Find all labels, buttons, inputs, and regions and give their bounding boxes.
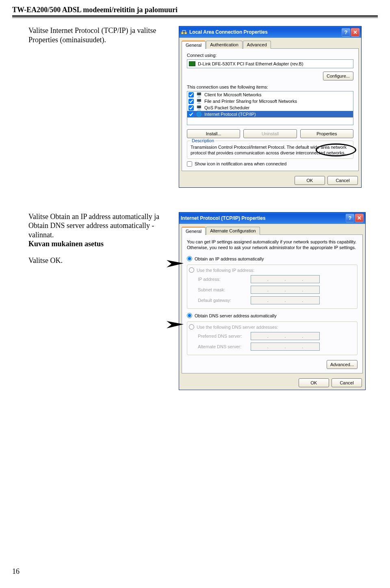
item-checkbox[interactable] <box>188 99 194 104</box>
page-number: 16 <box>12 567 20 576</box>
subnet-input[interactable]: ... <box>251 286 320 294</box>
show-icon-label: Show icon in notification area when conn… <box>195 161 286 166</box>
item-label: Client for Microsoft Networks <box>204 92 262 97</box>
cancel-button[interactable]: Cancel <box>327 176 358 185</box>
install-button[interactable]: Install... <box>187 129 240 138</box>
share-icon: 🖥️ <box>196 98 202 104</box>
radio-obtain-dns-label: Obtain DNS server address automatically <box>195 313 277 318</box>
cancel-button[interactable]: Cancel <box>332 378 362 387</box>
arrow-annotation-2 <box>167 321 187 329</box>
alt-dns-label: Alternate DNS server: <box>198 344 251 349</box>
tabs: General Alternate Configuration <box>179 224 365 234</box>
radio-static-ip-label: Use the following IP address: <box>197 268 254 273</box>
title-text: Internet Protocol (TCP/IP) Properties <box>181 215 266 221</box>
item-label: QoS Packet Scheduler <box>204 105 249 110</box>
tab-alternate[interactable]: Alternate Configuration <box>206 227 260 235</box>
alt-dns-input[interactable]: ... <box>251 343 320 351</box>
arrow-annotation-1 <box>167 260 187 268</box>
radio-obtain-dns[interactable] <box>187 313 192 318</box>
title-text: Local Area Connection Properties <box>189 29 268 35</box>
help-button[interactable]: ? <box>346 214 354 222</box>
radio-static-ip[interactable] <box>189 267 194 273</box>
instruction-text-1: Valitse Internet Protocol (TCP/IP) ja va… <box>28 26 175 188</box>
close-button[interactable]: ✕ <box>351 28 360 37</box>
static-ip-group: Use the following IP address: IP address… <box>187 265 358 309</box>
connect-using-label: Connect using: <box>187 53 353 58</box>
static-dns-group: Use the following DNS server addresses: … <box>187 321 358 355</box>
properties-button[interactable]: Properties <box>300 129 353 138</box>
doc-header: TW-EA200/500 ADSL modeemi/reititin ja pa… <box>0 0 390 15</box>
gateway-label: Default gateway: <box>198 298 251 303</box>
adapter-name: D-Link DFE-530TX PCI Fast Ethernet Adapt… <box>198 61 303 66</box>
instr2c: Valitse OK. <box>28 256 63 265</box>
list-item[interactable]: 🖥️ QoS Packet Scheduler <box>187 104 353 111</box>
tcpip-properties-dialog: Internet Protocol (TCP/IP) Properties ? … <box>179 212 366 391</box>
item-label: Internet Protocol (TCP/IP) <box>204 112 256 117</box>
tab-authentication[interactable]: Authentication <box>206 41 243 49</box>
radio-obtain-ip-label: Obtain an IP address automatically <box>195 256 264 261</box>
instr2a: Valitse Obtain an IP address automatical… <box>28 213 159 239</box>
instr2b: Kuvan mukainen asetus <box>28 240 104 248</box>
item-checkbox[interactable] <box>188 92 194 98</box>
ip-address-input[interactable]: ... <box>251 275 320 283</box>
radio-static-dns[interactable] <box>189 324 194 330</box>
tcpip-icon: 🌐 <box>196 111 202 117</box>
gateway-input[interactable]: ... <box>251 296 320 304</box>
qos-icon: 🖥️ <box>196 105 202 111</box>
svg-rect-1 <box>184 32 187 34</box>
titlebar[interactable]: Internet Protocol (TCP/IP) Properties ? … <box>179 213 365 224</box>
intro-text: You can get IP settings assigned automat… <box>187 239 358 251</box>
annotation-circle <box>316 143 356 156</box>
tabs: General Authentication Advanced <box>179 38 361 48</box>
configure-button[interactable]: Configure... <box>323 72 353 80</box>
lan-properties-dialog: Local Area Connection Properties ? ✕ Gen… <box>179 26 362 188</box>
close-button[interactable]: ✕ <box>355 214 364 222</box>
svg-rect-0 <box>181 32 184 34</box>
show-icon-checkbox[interactable] <box>187 161 192 167</box>
list-item[interactable]: 🖥️ Client for Microsoft Networks <box>187 91 353 98</box>
svg-marker-6 <box>167 321 184 328</box>
ok-button[interactable]: OK <box>299 378 329 387</box>
adapter-field: D-Link DFE-530TX PCI Fast Ethernet Adapt… <box>187 59 353 68</box>
item-checkbox[interactable] <box>188 105 194 111</box>
dialog-buttons: OK Cancel <box>179 376 365 390</box>
items-listbox[interactable]: 🖥️ Client for Microsoft Networks 🖥️ File… <box>187 91 353 125</box>
pref-dns-input[interactable]: ... <box>251 332 320 340</box>
subnet-label: Subnet mask: <box>198 287 251 292</box>
tab-advanced[interactable]: Advanced <box>243 41 271 49</box>
hr-thick <box>12 15 378 17</box>
ok-button[interactable]: OK <box>295 176 325 185</box>
list-item[interactable]: 🖥️ File and Printer Sharing for Microsof… <box>187 98 353 104</box>
tab-general[interactable]: General <box>182 227 206 235</box>
connection-icon <box>181 29 187 35</box>
item-label: File and Printer Sharing for Microsoft N… <box>204 99 297 104</box>
ip-address-label: IP address: <box>198 277 251 282</box>
items-label: This connection uses the following items… <box>187 85 353 89</box>
client-icon: 🖥️ <box>196 92 202 98</box>
instruction-text-2: Valitse Obtain an IP address automatical… <box>28 212 175 391</box>
tab-panel: You can get IP settings assigned automat… <box>182 234 363 374</box>
radio-obtain-ip[interactable] <box>187 256 192 261</box>
description-legend: Description <box>191 138 215 143</box>
advanced-button[interactable]: Advanced... <box>327 360 358 369</box>
pref-dns-label: Preferred DNS server: <box>198 334 251 338</box>
dialog-buttons: OK Cancel <box>179 174 361 187</box>
help-button[interactable]: ? <box>342 28 350 37</box>
tab-general[interactable]: General <box>182 41 206 49</box>
svg-marker-5 <box>167 260 184 267</box>
radio-static-dns-label: Use the following DNS server addresses: <box>197 325 278 330</box>
list-item-selected[interactable]: 🌐 Internet Protocol (TCP/IP) <box>187 111 353 117</box>
uninstall-button[interactable]: Uninstall <box>243 129 297 138</box>
titlebar[interactable]: Local Area Connection Properties ? ✕ <box>179 26 361 38</box>
item-checkbox[interactable] <box>188 112 194 117</box>
nic-icon <box>189 61 195 66</box>
